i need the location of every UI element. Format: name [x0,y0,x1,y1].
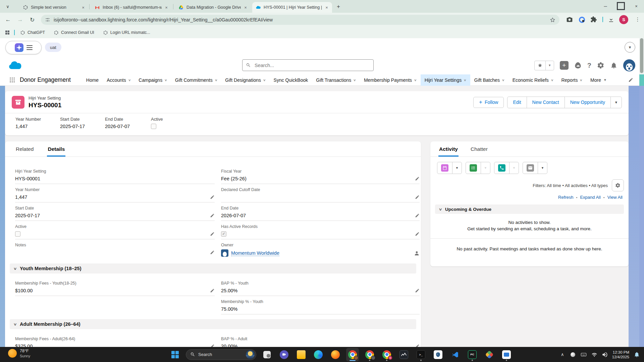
task-view-button[interactable] [261,348,273,361]
chat-app-icon[interactable] [278,348,290,361]
apps-grid-icon[interactable] [5,30,10,35]
more-actions-dropdown[interactable]: ▼ [610,97,622,108]
edit-pencil-icon[interactable] [210,213,215,218]
tab-search-button[interactable]: ∨ [5,3,11,9]
browser-tab-2[interactable]: Inbox (6) - saiful@momentum-w × [91,2,172,13]
edit-pencil-icon[interactable] [415,232,420,236]
tab-close-button[interactable]: × [80,5,86,10]
nav-tab-gift-designations[interactable]: Gift Designations∨ [221,74,269,86]
section-youth-membership[interactable]: ∨ Youth Membership (18–25) [10,263,416,274]
section-adult-membership[interactable]: ∨ Adult Membership (26–64) [10,319,416,329]
chevron-down-icon[interactable]: ∨ [353,78,356,82]
extensions-puzzle-icon[interactable] [590,16,597,23]
firefox-icon[interactable] [329,348,342,361]
edit-pencil-icon[interactable] [415,344,420,347]
chrome-profile2-icon[interactable] [363,348,376,361]
reload-button[interactable]: ↻ [28,16,36,24]
chevron-down-icon[interactable]: ∨ [164,78,167,82]
upcoming-overdue-section[interactable]: ∨ Upcoming & Overdue [435,204,624,214]
tab-chatter[interactable]: Chatter [470,146,488,157]
favorite-star-icon[interactable] [537,63,543,68]
tray-chevron-up-icon[interactable]: ∧ [559,352,566,358]
extension-icon[interactable] [578,16,586,23]
tab-details[interactable]: Details [47,146,65,157]
browser-tab-active[interactable]: HYS-00001 | Hijri Year Setting | × [252,2,332,13]
tab-close-button[interactable]: × [164,5,169,10]
browser-tab-3[interactable]: Data Migration - Google Drive × [175,2,251,13]
downloads-icon[interactable] [608,16,614,23]
app-launcher-icon[interactable] [9,77,15,83]
chevron-down-icon[interactable]: ▼ [603,78,607,82]
nav-tab-gift-transactions[interactable]: Gift Transactions∨ [312,74,360,86]
page-scrollbar[interactable] [639,38,644,347]
vscode-icon[interactable] [449,348,462,361]
back-button[interactable]: ← [4,16,12,24]
environment-tag[interactable]: uat [45,43,61,52]
edge-browser-icon[interactable] [312,348,325,361]
taskbar-search[interactable]: Search [186,349,256,360]
edit-pencil-icon[interactable] [210,344,215,347]
chevron-down-icon[interactable]: ∨ [464,78,467,82]
nav-tab-economic-reliefs[interactable]: Economic Reliefs∨ [508,74,557,86]
tab-related[interactable]: Related [15,146,34,157]
diamond-app-icon[interactable] [483,348,496,361]
expand-all-link[interactable]: Expand All [580,195,600,200]
volume-icon[interactable] [602,352,608,358]
notifications-bell-icon[interactable] [610,62,618,69]
change-owner-icon[interactable] [414,250,420,256]
global-search-input[interactable] [254,62,370,68]
activity-filters-text[interactable]: Filters: All time • All activities • All… [533,183,608,188]
refresh-link[interactable]: Refresh [558,195,574,200]
url-text[interactable]: isijoftoronto--uat.sandbox.lightning.for… [54,17,550,22]
tab-close-button[interactable]: × [324,5,329,10]
chevron-down-icon[interactable]: ∨ [13,322,17,326]
nav-tab-gift-commitments[interactable]: Gift Commitments∨ [171,74,221,86]
bookmark-login-url[interactable]: Login URL mismatc... [103,30,150,35]
postgresql-icon[interactable] [432,348,444,361]
user-avatar[interactable] [623,59,635,71]
site-info-icon[interactable] [45,17,50,22]
view-all-link[interactable]: View All [607,195,623,200]
file-explorer-icon[interactable] [295,348,308,361]
chevron-down-icon[interactable]: ∨ [580,78,583,82]
global-actions-button[interactable]: + [560,61,569,70]
wifi-icon[interactable] [591,352,597,358]
chevron-down-icon[interactable]: ∨ [551,78,554,82]
nav-tab-sync-quickbook[interactable]: Sync QuickBook [270,74,312,86]
edit-nav-pencil-icon[interactable] [628,77,633,82]
edit-pencil-icon[interactable] [415,195,420,199]
screenshot-extension-icon[interactable] [566,16,573,23]
window-close-button[interactable]: × [629,0,644,12]
bookmark-star-icon[interactable] [550,17,555,23]
terminal-icon[interactable]: >_ [415,348,427,361]
nav-tab-home[interactable]: Home [82,74,103,86]
new-tab-button[interactable]: + [335,3,342,10]
forward-button[interactable]: → [16,16,24,24]
chevron-down-icon[interactable]: ∨ [438,207,442,212]
nav-tab-membership-payments[interactable]: Membership Payments∨ [360,74,421,86]
trailhead-icon[interactable] [574,62,582,69]
nav-tab-reports[interactable]: Reports∨ [557,74,586,86]
browser-tab-1[interactable]: Simple text version × [19,2,89,13]
follow-button[interactable]: +Follow [473,97,504,108]
browser-menu-icon[interactable]: ⋮ [635,15,640,23]
chevron-down-icon[interactable]: ∨ [128,78,131,82]
activity-settings-button[interactable] [612,179,624,191]
chrome-active-icon[interactable] [346,348,359,361]
tray-app-icon[interactable] [570,352,576,358]
chevron-down-icon[interactable]: ∨ [414,78,417,82]
edit-pencil-icon[interactable] [210,195,215,199]
setup-gear-icon[interactable] [597,62,604,69]
help-icon[interactable]: ? [587,62,591,69]
favorites-combo-button[interactable]: ▼ [534,61,554,70]
bookmark-connect-gmail[interactable]: Connect Gmail UI [54,30,94,35]
chevron-down-icon[interactable]: ∨ [13,266,17,271]
menu-icon[interactable] [26,45,33,50]
edit-pencil-icon[interactable] [210,250,215,255]
edit-pencil-icon[interactable] [210,232,215,236]
notification-bell-icon[interactable] [634,351,640,358]
new-task-button[interactable]: ▼ [466,162,490,174]
nav-tab-gift-batches[interactable]: Gift Batches∨ [470,74,508,86]
new-opportunity-button[interactable]: New Opportunity [565,97,610,108]
address-bar[interactable]: isijoftoronto--uat.sandbox.lightning.for… [41,15,559,25]
